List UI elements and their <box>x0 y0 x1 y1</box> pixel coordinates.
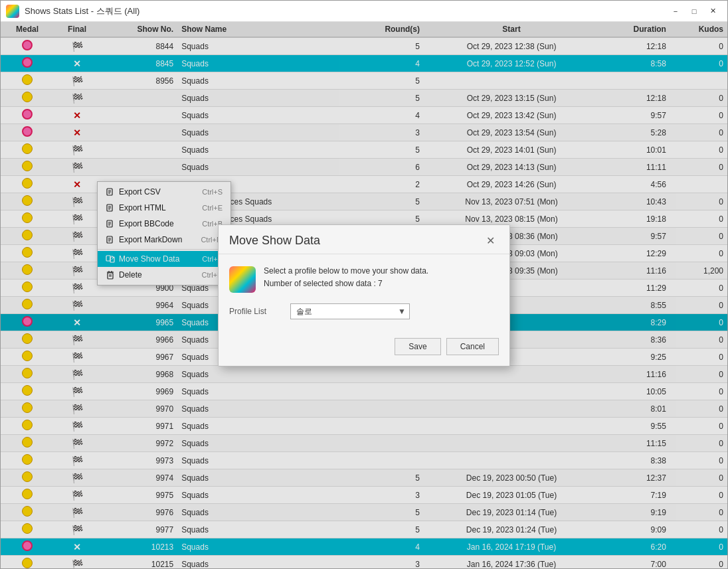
cancel-button[interactable]: Cancel <box>446 338 499 355</box>
app-icon <box>6 5 19 18</box>
window-title: Shows Stats List - 스쿼드 (All) <box>25 5 139 17</box>
modal-profile-row: Profile List 솔로 ▼ <box>229 301 499 322</box>
window-content: Medal Final Show No. Show Name Round(s) … <box>1 22 727 568</box>
modal-info: Select a profile below to move your show… <box>229 265 499 293</box>
close-button[interactable]: ✕ <box>703 4 722 19</box>
main-window: Shows Stats List - 스쿼드 (All) − □ ✕ Medal… <box>0 0 728 569</box>
modal-overlay: Move Show Data ✕ Select a profile below … <box>1 22 727 568</box>
modal-info-text: Select a profile below to move your show… <box>264 265 428 290</box>
title-bar-left: Shows Stats List - 스쿼드 (All) <box>6 5 139 18</box>
modal-footer: Save Cancel <box>219 333 509 366</box>
title-bar: Shows Stats List - 스쿼드 (All) − □ ✕ <box>1 1 727 22</box>
profile-select-wrapper: 솔로 ▼ <box>290 303 410 319</box>
maximize-button[interactable]: □ <box>685 4 703 19</box>
modal-info-line2: Number of selected show data : 7 <box>264 278 428 290</box>
modal-body: Select a profile below to move your show… <box>219 254 509 333</box>
modal-header: Move Show Data ✕ <box>219 225 509 254</box>
modal-info-line1: Select a profile below to move your show… <box>264 265 428 278</box>
modal-app-icon <box>229 266 256 293</box>
save-button[interactable]: Save <box>395 338 440 355</box>
profile-label: Profile List <box>229 307 282 316</box>
minimize-button[interactable]: − <box>666 4 685 19</box>
profile-select[interactable]: 솔로 <box>290 303 410 319</box>
modal-title: Move Show Data <box>229 234 320 248</box>
modal-close-button[interactable]: ✕ <box>482 233 499 248</box>
move-show-data-modal: Move Show Data ✕ Select a profile below … <box>218 224 510 366</box>
window-controls: − □ ✕ <box>666 4 722 19</box>
